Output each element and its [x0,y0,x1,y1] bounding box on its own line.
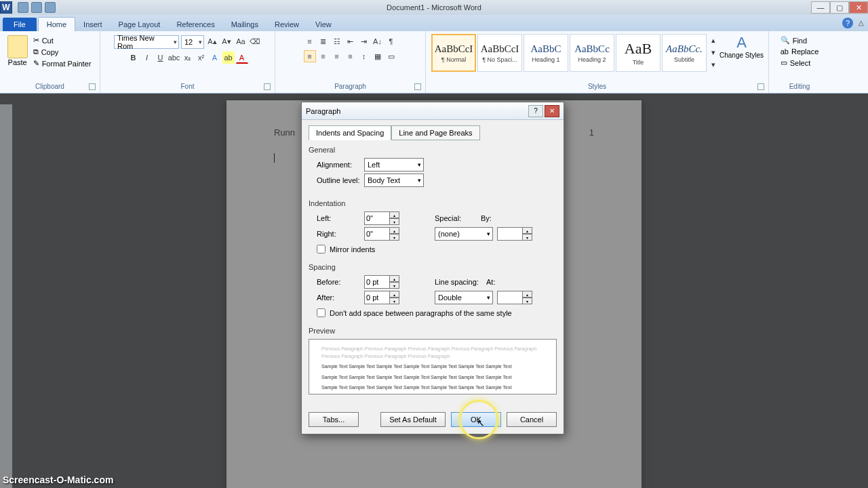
group-label: Editing [773,81,826,92]
align-left-icon[interactable]: ≡ [304,50,316,62]
multilevel-icon[interactable]: ☷ [331,35,343,47]
styles-scroll-down-icon[interactable]: ▾ [707,46,719,58]
group-label: Paragraph [279,81,421,92]
superscript-icon[interactable]: x² [195,52,208,64]
maximize-button[interactable]: ▢ [830,1,849,14]
special-select[interactable]: (none) [435,227,493,241]
minimize-button[interactable]: — [811,1,830,14]
font-size-combo[interactable]: 12 [181,35,204,49]
tab-insert[interactable]: Insert [75,18,111,31]
tab-home[interactable]: Home [38,17,75,31]
close-button[interactable]: ✕ [849,1,868,14]
window-title: Document1 - Microsoft Word [387,3,481,12]
shrink-font-icon[interactable]: A▾ [220,35,233,47]
grow-font-icon[interactable]: A▴ [206,35,218,47]
indent-left-spinner[interactable]: ▴▾ [364,211,399,225]
styles-more-icon[interactable]: ▾ [707,58,719,70]
ribbon-minimize-icon[interactable]: △ [859,19,864,26]
cut-button[interactable]: ✂Cut [32,35,93,45]
style-heading2[interactable]: AaBbCcHeading 2 [570,34,614,72]
dialog-launcher-icon[interactable] [414,83,421,90]
paragraph-dialog: Paragraph ? ✕ Indents and Spacing Line a… [301,102,564,434]
font-color-icon[interactable]: A [236,52,248,64]
subscript-icon[interactable]: x₂ [182,52,194,64]
show-marks-icon[interactable]: ¶ [385,35,397,47]
tab-review[interactable]: Review [267,18,307,31]
increase-indent-icon[interactable]: ⇥ [358,35,370,47]
dialog-launcher-icon[interactable] [757,83,764,90]
outline-select[interactable]: Body Text [364,174,424,187]
highlight-icon[interactable]: ab [222,52,235,64]
tab-mailings[interactable]: Mailings [223,18,267,31]
dialog-launcher-icon[interactable] [264,83,271,90]
bullets-icon[interactable]: ≡ [304,35,316,47]
cancel-button[interactable]: Cancel [507,412,557,427]
justify-icon[interactable]: ≡ [344,50,357,62]
dialog-close-button[interactable]: ✕ [545,105,559,117]
replace-button[interactable]: abReplace [779,47,821,56]
italic-icon[interactable]: I [141,52,153,64]
style-subtitle[interactable]: AaBbCc.Subtitle [662,34,707,72]
undo-icon[interactable] [31,2,42,13]
tab-page-layout[interactable]: Page Layout [111,18,169,31]
underline-icon[interactable]: U [155,52,167,64]
format-painter-button[interactable]: ✎Format Painter [32,58,93,68]
change-case-icon[interactable]: Aa [235,35,247,47]
indent-right-label: Right: [317,230,360,238]
dialog-titlebar[interactable]: Paragraph ? ✕ [302,102,564,120]
alignment-select[interactable]: Left [364,158,424,171]
no-space-checkbox[interactable] [317,308,326,317]
bold-icon[interactable]: B [127,52,140,64]
sort-icon[interactable]: A↓ [372,35,384,47]
ok-button[interactable]: OK [451,412,501,427]
outline-label: Outline level: [317,176,360,184]
style-title[interactable]: AaBTitle [616,34,660,72]
tab-view[interactable]: View [307,18,340,31]
no-space-label: Don't add space between paragraphs of th… [330,309,512,317]
style-heading1[interactable]: AaBbCHeading 1 [524,34,568,72]
text-effects-icon[interactable]: A [209,52,221,64]
copy-button[interactable]: ⧉Copy [32,47,93,57]
save-icon[interactable] [18,2,28,13]
line-spacing-select[interactable]: Double [435,291,493,304]
find-icon: 🔍 [781,36,790,45]
by-spinner[interactable]: ▴▾ [497,227,532,241]
at-spinner[interactable]: ▴▾ [497,291,532,304]
tab-file[interactable]: File [3,18,37,31]
line-spacing-icon[interactable]: ↕ [358,50,370,62]
set-default-button[interactable]: Set As Default [380,412,446,427]
tab-indents-spacing[interactable]: Indents and Spacing [309,125,391,140]
section-indentation: Indentation [309,199,557,207]
borders-icon[interactable]: ▭ [385,50,397,62]
align-center-icon[interactable]: ≡ [317,50,330,62]
style-normal[interactable]: AaBbCcI¶ Normal [431,34,476,72]
change-styles-button[interactable]: A Change Styles [719,34,764,72]
select-button[interactable]: ▭Select [779,58,821,68]
help-icon[interactable]: ? [842,18,853,28]
mirror-indents-checkbox[interactable] [317,245,326,253]
shading-icon[interactable]: ▦ [372,50,384,62]
decrease-indent-icon[interactable]: ⇤ [344,35,357,47]
tab-references[interactable]: References [168,18,222,31]
style-no-spacing[interactable]: AaBbCcI¶ No Spaci... [477,34,522,72]
group-editing: 🔍Find abReplace ▭Select Editing [769,31,830,93]
tab-line-breaks[interactable]: Line and Page Breaks [391,125,479,140]
clear-formatting-icon[interactable]: ⌫ [249,35,261,47]
font-name-combo[interactable]: Times New Rom [114,35,179,49]
watermark: Screencast-O-Matic.com [3,474,113,485]
strikethrough-icon[interactable]: abc [168,52,180,64]
redo-icon[interactable] [45,2,56,13]
tabs-button[interactable]: Tabs... [309,412,359,427]
after-spinner[interactable]: ▴▾ [364,291,399,304]
find-button[interactable]: 🔍Find [779,35,821,45]
dialog-launcher-icon[interactable] [89,83,96,90]
before-spinner[interactable]: ▴▾ [364,275,399,289]
numbering-icon[interactable]: ≣ [317,35,330,47]
paste-button[interactable]: Paste [7,35,28,66]
brush-icon: ✎ [33,59,39,68]
group-clipboard: Paste ✂Cut ⧉Copy ✎Format Painter Clipboa… [0,31,100,93]
align-right-icon[interactable]: ≡ [331,50,343,62]
dialog-help-button[interactable]: ? [528,105,543,117]
styles-scroll-up-icon[interactable]: ▴ [707,34,719,46]
indent-right-spinner[interactable]: ▴▾ [364,227,399,241]
